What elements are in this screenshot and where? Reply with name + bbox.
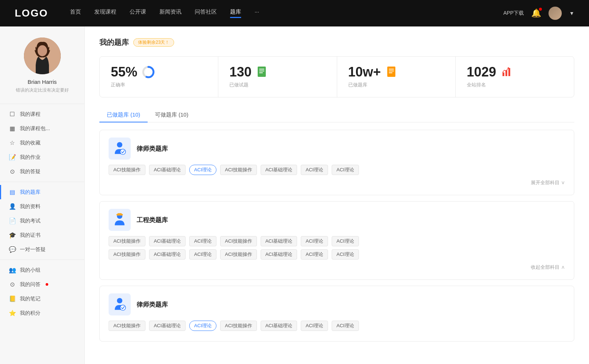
stat-value-rank: 1029 (467, 65, 496, 79)
app-download-link[interactable]: APP下载 (503, 10, 524, 17)
sidebar-item-points[interactable]: ⭐ 我的积分 (0, 306, 84, 320)
tag-2-r2-1[interactable]: ACI基础理论 (149, 249, 186, 260)
main-layout: Brian Harris 错误的决定比没有决定要好 ☐ 我的课程 ▦ 我的课程包… (0, 26, 589, 364)
tag-3-0[interactable]: ACI技能操作 (109, 321, 145, 331)
tag-2-6[interactable]: ACI理论 (332, 236, 359, 246)
stat-value-correct-rate: 55% (111, 65, 137, 79)
notification-badge (539, 8, 542, 11)
tag-2-0[interactable]: ACI技能操作 (109, 236, 145, 246)
tag-3-5[interactable]: ACI理论 (301, 321, 328, 331)
sidebar-item-homework[interactable]: 📝 我的作业 (0, 150, 84, 164)
stat-label-done-questions: 已做试题 (229, 82, 325, 88)
donut-chart-icon (142, 65, 155, 79)
svg-rect-12 (389, 72, 392, 73)
qa-icon: ⊙ (9, 168, 15, 175)
sidebar-item-tutoring[interactable]: 💬 一对一答疑 (0, 242, 84, 257)
avatar-svg (24, 38, 61, 74)
tag-2-1[interactable]: ACI基础理论 (149, 236, 186, 246)
tag-2-r2-6[interactable]: ACI理论 (332, 249, 359, 260)
nav-item-news[interactable]: 新闻资讯 (159, 8, 181, 18)
stat-value-done-questions: 130 (229, 65, 251, 79)
sidebar: Brian Harris 错误的决定比没有决定要好 ☐ 我的课程 ▦ 我的课程包… (0, 26, 85, 364)
tag-3-3[interactable]: ACI技能操作 (220, 321, 257, 331)
sidebar-label-favorites: 我的收藏 (20, 140, 40, 146)
sidebar-label-profile: 我的资料 (20, 203, 40, 210)
sidebar-item-question-bank[interactable]: ▤ 我的题库 (0, 185, 84, 199)
tab-available-banks[interactable]: 可做题库 (10) (148, 108, 196, 122)
tag-2-4[interactable]: ACI基础理论 (261, 236, 297, 246)
nav-item-open-course[interactable]: 公开课 (130, 8, 146, 18)
bank-card-3-header: 律师类题库 (109, 293, 565, 315)
tag-2-r2-5[interactable]: ACI理论 (301, 249, 328, 260)
sidebar-item-my-qa[interactable]: ⊙ 我的问答 (0, 277, 84, 292)
packages-icon: ▦ (9, 125, 15, 132)
sidebar-item-certificates[interactable]: 🎓 我的证书 (0, 228, 84, 242)
svg-rect-6 (259, 69, 264, 69)
user-menu-chevron-icon[interactable]: ▼ (569, 10, 574, 16)
tab-done-banks[interactable]: 已做题库 (10) (99, 108, 148, 122)
sidebar-item-qa-mine[interactable]: ⊙ 我的答疑 (0, 164, 84, 179)
sidebar-label-qa: 我的答疑 (20, 168, 40, 175)
notes-orange-icon (385, 65, 399, 79)
tag-2-r2-0[interactable]: ACI技能操作 (109, 249, 145, 260)
svg-point-22 (117, 298, 123, 303)
sidebar-item-my-courses[interactable]: ☐ 我的课程 (0, 107, 84, 121)
points-icon: ⭐ (9, 310, 15, 317)
nav-item-discover[interactable]: 发现课程 (94, 8, 116, 18)
tag-3-4[interactable]: ACI基础理论 (261, 321, 297, 331)
tag-2-2[interactable]: ACI理论 (189, 236, 216, 246)
tag-1-2[interactable]: ACI理论 (189, 165, 216, 175)
svg-point-16 (508, 67, 509, 69)
tag-1-3[interactable]: ACI技能操作 (220, 165, 257, 175)
svg-point-2 (38, 45, 47, 56)
tag-1-0[interactable]: ACI技能操作 (109, 165, 145, 175)
page-title: 我的题库 (99, 38, 129, 47)
bank-2-tag-row-2: ACI技能操作 ACI基础理论 ACI理论 ACI技能操作 ACI基础理论 AC… (109, 249, 565, 260)
sidebar-item-profile[interactable]: 👤 我的资料 (0, 199, 84, 214)
nav-item-qa[interactable]: 问答社区 (195, 8, 217, 18)
page-title-row: 我的题库 体验剩余23天！ (99, 38, 574, 47)
tag-3-6[interactable]: ACI理论 (332, 321, 359, 331)
tag-1-1[interactable]: ACI基础理论 (149, 165, 186, 175)
tag-2-r2-3[interactable]: ACI技能操作 (220, 249, 257, 260)
tag-2-r2-4[interactable]: ACI基础理论 (261, 249, 297, 260)
groups-icon: 👥 (9, 267, 15, 274)
tag-2-5[interactable]: ACI理论 (301, 236, 328, 246)
nav-item-more[interactable]: ··· (254, 8, 259, 18)
stat-label-rank: 全站排名 (467, 82, 563, 88)
svg-rect-8 (259, 72, 263, 73)
tag-1-5[interactable]: ACI理论 (301, 165, 328, 175)
bank-card-1-header: 律师类题库 (109, 138, 565, 160)
logo[interactable]: LOGO (15, 7, 48, 19)
svg-rect-10 (389, 69, 394, 69)
svg-rect-21 (117, 213, 122, 215)
tag-2-r2-2[interactable]: ACI理论 (189, 249, 216, 260)
bank-3-icon (109, 293, 131, 315)
user-avatar[interactable] (549, 7, 562, 20)
stat-top-rank: 1029 (467, 65, 563, 79)
sidebar-item-course-packages[interactable]: ▦ 我的课程包... (0, 121, 84, 136)
nav-item-question-bank[interactable]: 题库 (230, 8, 241, 18)
nav-item-home[interactable]: 首页 (70, 8, 81, 18)
bank-2-expand[interactable]: 收起全部科目 ∧ (109, 263, 565, 272)
profile-avatar (24, 38, 61, 74)
tag-3-1[interactable]: ACI基础理论 (149, 321, 186, 331)
sidebar-item-notes[interactable]: 📒 我的笔记 (0, 292, 84, 306)
bank-1-expand[interactable]: 展开全部科目 ∨ (109, 178, 565, 188)
tag-1-6[interactable]: ACI理论 (332, 165, 359, 175)
sidebar-item-exams[interactable]: 📄 我的考试 (0, 214, 84, 228)
sidebar-item-favorites[interactable]: ☆ 我的收藏 (0, 136, 84, 150)
navbar-menu: 首页 发现课程 公开课 新闻资讯 问答社区 题库 ··· (70, 8, 503, 18)
notification-bell[interactable]: 🔔 (531, 8, 541, 18)
tag-1-4[interactable]: ACI基础理论 (261, 165, 297, 175)
stats-row: 55% 正确率 130 (99, 56, 574, 97)
myqa-icon: ⊙ (9, 281, 15, 288)
tag-3-2[interactable]: ACI理论 (189, 321, 216, 331)
sidebar-label-tutoring: 一对一答疑 (20, 246, 46, 253)
tag-2-3[interactable]: ACI技能操作 (220, 236, 257, 246)
sidebar-item-groups[interactable]: 👥 我的小组 (0, 263, 84, 277)
sidebar-label-notes: 我的笔记 (20, 296, 40, 302)
profile-name: Brian Harris (28, 79, 57, 85)
sidebar-label-my-qa: 我的问答 (20, 281, 40, 288)
sidebar-label-certificates: 我的证书 (20, 232, 40, 239)
